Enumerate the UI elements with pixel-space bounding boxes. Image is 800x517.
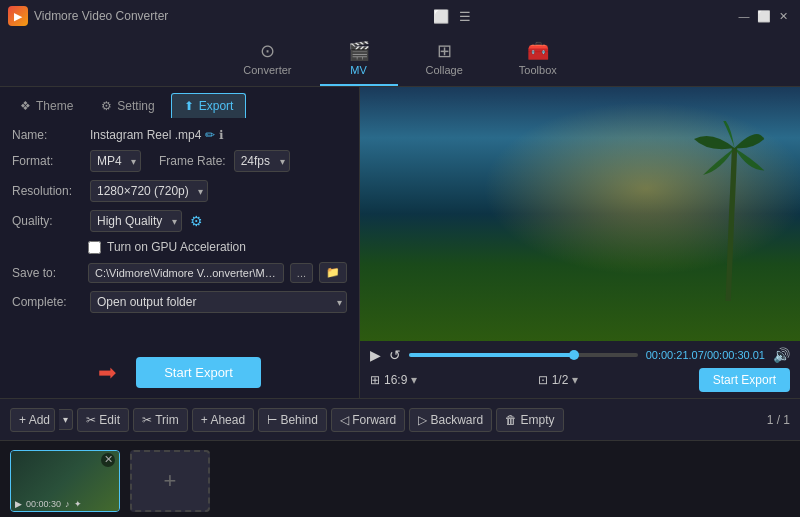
controls-bottom-row: ⊞ 16:9 ▾ ⊡ 1/2 ▾ Start Export [370, 368, 790, 392]
format-select-wrapper: MP4 [90, 150, 141, 172]
clip-play-icon: ▶ [15, 499, 22, 509]
settings-form: Name: Instagram Reel .mp4 ✏ ℹ Format: MP… [0, 118, 359, 337]
saveto-path: C:\Vidmore\Vidmore V...onverter\MV Expor… [88, 263, 284, 283]
edit-name-icon[interactable]: ✏ [205, 128, 215, 142]
progress-row: ▶ ↺ 00:00:21.07/00:00:30.01 🔊 [370, 347, 790, 363]
framerate-select[interactable]: 24fps [234, 150, 290, 172]
complete-label: Complete: [12, 295, 82, 309]
quality-select[interactable]: High Quality [90, 210, 182, 232]
aspect-ratio-label: 16:9 [384, 373, 407, 387]
saveto-folder-btn[interactable]: 📁 [319, 262, 347, 283]
sub-tab-setting-label: Setting [117, 99, 154, 113]
progress-fill [409, 353, 574, 357]
complete-row: Complete: Open output folder [12, 291, 347, 313]
gpu-row: Turn on GPU Acceleration [12, 240, 347, 254]
play-button[interactable]: ▶ [370, 347, 381, 363]
page-indicator: 1 / 1 [767, 413, 790, 427]
collage-icon: ⊞ [437, 40, 452, 62]
arrow-indicator: ➡ [98, 360, 116, 386]
main-content: ❖ Theme ⚙ Setting ⬆ Export Name: Instagr… [0, 87, 800, 398]
sub-tabs: ❖ Theme ⚙ Setting ⬆ Export [0, 87, 359, 118]
palm-tree-decoration [690, 121, 770, 301]
quality-select-wrapper: High Quality [90, 210, 182, 232]
clip-audio-icon: ♪ [65, 499, 70, 509]
quality-row: Quality: High Quality ⚙ [12, 210, 347, 232]
add-dropdown-arrow[interactable]: ▾ [59, 409, 73, 430]
tab-mv[interactable]: 🎬 MV [320, 32, 398, 86]
info-icon[interactable]: ℹ [219, 128, 224, 142]
menu-icon[interactable]: ☰ [459, 9, 471, 24]
minimize-btn[interactable]: — [736, 8, 752, 24]
forward-button[interactable]: ◁ Forward [331, 408, 405, 432]
right-panel: ▶ ↺ 00:00:21.07/00:00:30.01 🔊 ⊞ 16:9 ▾ [360, 87, 800, 398]
close-btn[interactable]: ✕ [776, 8, 792, 24]
tab-converter[interactable]: ⊙ Converter [215, 32, 319, 86]
backward-button[interactable]: ▷ Backward [409, 408, 492, 432]
add-button[interactable]: + Add [10, 408, 55, 432]
aspect-ratio-icon: ⊞ [370, 373, 380, 387]
gpu-label: Turn on GPU Acceleration [107, 240, 246, 254]
segment-icon: ⊡ [538, 373, 548, 387]
progress-bar[interactable] [409, 353, 638, 357]
sub-tab-theme[interactable]: ❖ Theme [8, 93, 85, 118]
tab-toolbox[interactable]: 🧰 Toolbox [491, 32, 585, 86]
empty-button[interactable]: 🗑 Empty [496, 408, 563, 432]
behind-button[interactable]: ⊢ Behind [258, 408, 327, 432]
time-total: 00:00:30.01 [707, 349, 765, 361]
saveto-label: Save to: [12, 266, 82, 280]
resolution-select[interactable]: 1280×720 (720p) [90, 180, 208, 202]
theme-icon: ❖ [20, 99, 31, 113]
ahead-button[interactable]: + Ahead [192, 408, 254, 432]
edit-button[interactable]: ✂ Edit [77, 408, 129, 432]
progress-thumb [569, 350, 579, 360]
name-label: Name: [12, 128, 82, 142]
sub-tab-theme-label: Theme [36, 99, 73, 113]
clip-effects-icon: ✦ [74, 499, 82, 509]
maximize-btn[interactable]: ⬜ [756, 8, 772, 24]
gpu-checkbox[interactable] [88, 241, 101, 254]
format-label: Format: [12, 154, 82, 168]
trim-button[interactable]: ✂ Trim [133, 408, 188, 432]
timeline: ✕ ▶ 00:00:30 ♪ ✦ + [0, 440, 800, 517]
start-export-button[interactable]: Start Export [136, 357, 261, 388]
tab-collage[interactable]: ⊞ Collage [398, 32, 491, 86]
app-title: Vidmore Video Converter [34, 9, 168, 23]
aspect-ratio-arrow[interactable]: ▾ [411, 373, 417, 387]
start-export-section: ➡ Start Export [0, 337, 359, 398]
clip-close-btn[interactable]: ✕ [101, 453, 115, 467]
saveto-row: Save to: C:\Vidmore\Vidmore V...onverter… [12, 262, 347, 283]
start-export-right-button[interactable]: Start Export [699, 368, 790, 392]
clip-icons: ▶ 00:00:30 ♪ ✦ [15, 499, 82, 509]
video-preview [360, 87, 800, 341]
resolution-label: Resolution: [12, 184, 82, 198]
framerate-select-wrapper: 24fps [234, 150, 290, 172]
format-select[interactable]: MP4 [90, 150, 141, 172]
nav-tabs: ⊙ Converter 🎬 MV ⊞ Collage 🧰 Toolbox [0, 32, 800, 87]
add-clip-button[interactable]: + [130, 450, 210, 512]
tab-converter-label: Converter [243, 64, 291, 76]
loop-button[interactable]: ↺ [389, 347, 401, 363]
format-row: Format: MP4 Frame Rate: 24fps [12, 150, 347, 172]
tab-toolbox-label: Toolbox [519, 64, 557, 76]
app-icon: ▶ [8, 6, 28, 26]
titlebar: ▶ Vidmore Video Converter ⬜ ☰ — ⬜ ✕ [0, 0, 800, 32]
aspect-ratio-control: ⊞ 16:9 ▾ [370, 373, 417, 387]
message-icon[interactable]: ⬜ [433, 9, 449, 24]
left-panel: ❖ Theme ⚙ Setting ⬆ Export Name: Instagr… [0, 87, 360, 398]
sub-tab-export[interactable]: ⬆ Export [171, 93, 247, 118]
toolbox-icon: 🧰 [527, 40, 549, 62]
segment-arrow[interactable]: ▾ [572, 373, 578, 387]
mv-icon: 🎬 [348, 40, 370, 62]
time-current: 00:00:21.07 [646, 349, 704, 361]
sub-tab-export-label: Export [199, 99, 234, 113]
quality-settings-icon[interactable]: ⚙ [190, 213, 203, 229]
volume-icon[interactable]: 🔊 [773, 347, 790, 363]
tab-collage-label: Collage [426, 64, 463, 76]
name-value: Instagram Reel .mp4 ✏ ℹ [90, 128, 224, 142]
titlebar-icons: ⬜ ☰ [433, 9, 471, 24]
complete-select[interactable]: Open output folder [90, 291, 347, 313]
setting-icon: ⚙ [101, 99, 112, 113]
name-row: Name: Instagram Reel .mp4 ✏ ℹ [12, 128, 347, 142]
saveto-dots-btn[interactable]: ... [290, 263, 313, 283]
sub-tab-setting[interactable]: ⚙ Setting [89, 93, 166, 118]
